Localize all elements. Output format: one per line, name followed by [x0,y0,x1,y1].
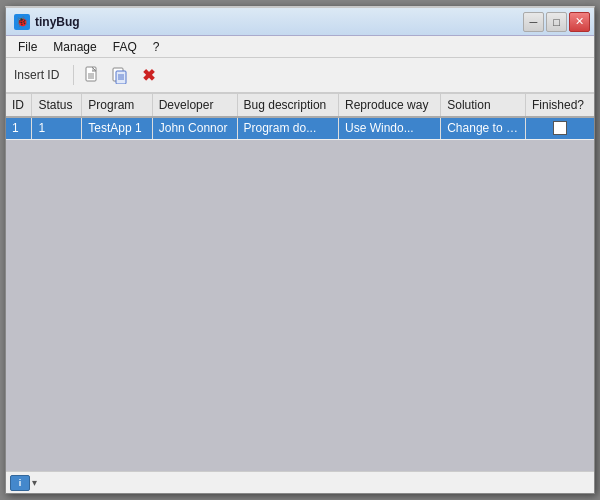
table-row[interactable]: 11TestApp 1John ConnorProgram do...Use W… [6,117,594,139]
delete-icon: ✖ [142,66,155,85]
col-header-bug-description: Bug description [237,94,338,117]
titlebar-left: 🐞 tinyBug [14,14,80,30]
new-icon [83,66,101,84]
window-title: tinyBug [35,15,80,29]
new-button[interactable] [80,63,104,87]
cell-status: 1 [32,117,82,139]
finished-checkbox[interactable]: ✔ [553,121,567,135]
menu-file[interactable]: File [10,38,45,56]
col-header-reproduce-way: Reproduce way [339,94,441,117]
cell-id: 1 [6,117,32,139]
cell-finished: ✔ [526,117,594,139]
app-icon: 🐞 [14,14,30,30]
delete-button[interactable]: ✖ [136,63,160,87]
col-header-program: Program [82,94,152,117]
toolbar-separator [73,65,74,85]
table-header-row: ID Status Program Developer Bug descript… [6,94,594,117]
bug-table: ID Status Program Developer Bug descript… [6,94,594,140]
col-header-id: ID [6,94,32,117]
main-window: 🐞 tinyBug ─ □ ✕ File Manage FAQ ? Insert… [5,6,595,494]
cell-bug-description: Program do... [237,117,338,139]
cell-developer: John Connor [152,117,237,139]
statusbar-indicator: i [10,475,30,491]
statusbar-dropdown-arrow[interactable]: ▾ [32,477,37,488]
close-button[interactable]: ✕ [569,12,590,32]
menubar: File Manage FAQ ? [6,36,594,58]
maximize-button[interactable]: □ [546,12,567,32]
menu-manage[interactable]: Manage [45,38,104,56]
cell-reproduce-way: Use Windo... [339,117,441,139]
menu-help[interactable]: ? [145,38,168,56]
toolbar: Insert ID ✖ [6,58,594,94]
minimize-button[interactable]: ─ [523,12,544,32]
titlebar-controls: ─ □ ✕ [523,12,590,32]
table-container: ID Status Program Developer Bug descript… [6,94,594,471]
titlebar: 🐞 tinyBug ─ □ ✕ [6,8,594,36]
col-header-status: Status [32,94,82,117]
col-header-solution: Solution [441,94,526,117]
toolbar-label: Insert ID [14,68,59,82]
cell-solution: Change to a... [441,117,526,139]
statusbar: i ▾ [6,471,594,493]
save-icon [111,66,129,84]
cell-program: TestApp 1 [82,117,152,139]
save-button[interactable] [108,63,132,87]
col-header-finished: Finished? [526,94,594,117]
menu-faq[interactable]: FAQ [105,38,145,56]
col-header-developer: Developer [152,94,237,117]
